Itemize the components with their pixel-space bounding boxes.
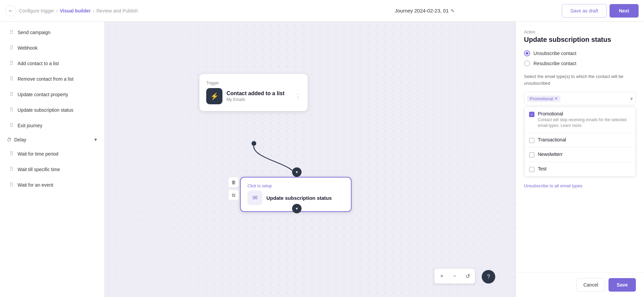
- canvas[interactable]: Trigger ⚡ Contact added to a list My Ema…: [105, 22, 516, 297]
- option-test[interactable]: Test: [524, 162, 636, 176]
- sidebar-label-update-subscription: Update subscription status: [18, 107, 73, 113]
- action-node-title: Update subscription status: [266, 195, 332, 201]
- radio-resubscribe-circle: [524, 60, 530, 66]
- trigger-node-subtitle: My Emails: [226, 97, 285, 102]
- tag-input-container[interactable]: Promotional ✕ ▾: [524, 92, 636, 105]
- sidebar-label-wait-event: Wait for an event: [18, 182, 53, 188]
- unsubscribe-all-link[interactable]: Unsubscribe to all email types: [524, 182, 636, 190]
- panel-body: Unsubscribe contact Resubscribe contact …: [516, 50, 644, 272]
- sidebar-item-wait-time-period[interactable]: ⠿ Wait for time period: [3, 146, 102, 161]
- drag-handle-icon: ⠿: [9, 123, 14, 128]
- trigger-node[interactable]: Trigger ⚡ Contact added to a list My Ema…: [199, 74, 308, 111]
- chevron-down-icon: ▼: [94, 137, 98, 142]
- option-promotional-label: Promotional: [538, 111, 631, 116]
- expand-dot-bottom[interactable]: ▾: [292, 204, 302, 213]
- clock-icon: ⏱: [7, 137, 11, 142]
- dropdown-arrow-icon[interactable]: ▾: [630, 96, 633, 102]
- breadcrumb: Configure trigger › Visual builder › Rev…: [19, 8, 288, 14]
- breadcrumb-sep-2: ›: [93, 8, 95, 14]
- sidebar-label-exit-journey: Exit journey: [18, 123, 42, 128]
- canvas-connector-svg: [105, 22, 516, 297]
- tag-remove-button[interactable]: ✕: [554, 96, 558, 101]
- drag-handle-icon: ⠿: [9, 167, 14, 172]
- next-button[interactable]: Next: [610, 4, 639, 18]
- sidebar-item-remove-contact[interactable]: ⠿ Remove contact from a list: [3, 72, 102, 86]
- edit-journey-title-icon[interactable]: ✎: [451, 8, 455, 14]
- node-menu-icon[interactable]: ⋮: [295, 92, 301, 100]
- action-node-icon: ✉: [247, 190, 262, 205]
- sidebar-label-webhook: Webhook: [18, 45, 38, 51]
- sidebar-item-wait-specific-time[interactable]: ⠿ Wait till specific time: [3, 162, 102, 177]
- sidebar-item-update-property[interactable]: ⠿ Update contact property: [3, 87, 102, 102]
- radio-resubscribe-label: Resubscribe contact: [533, 61, 576, 66]
- trigger-node-label: Trigger: [206, 81, 301, 85]
- back-icon: ←: [8, 8, 14, 14]
- main-layout: ⠿ Send campaign ⠿ Webhook ⠿ Add contact …: [0, 22, 644, 297]
- radio-unsubscribe[interactable]: Unsubscribe contact: [524, 50, 636, 56]
- drag-handle-icon: ⠿: [9, 92, 14, 97]
- breadcrumb-sep-1: ›: [56, 8, 58, 14]
- drag-handle-icon: ⠿: [9, 151, 14, 157]
- back-button[interactable]: ←: [5, 5, 16, 16]
- radio-unsubscribe-label: Unsubscribe contact: [533, 51, 576, 56]
- option-test-label: Test: [538, 166, 547, 171]
- drag-handle-icon: ⠿: [9, 45, 14, 51]
- option-transactional[interactable]: Transactional: [524, 133, 636, 147]
- sidebar-label-update-property: Update contact property: [18, 92, 68, 97]
- panel-description: Select the email type(s) to which the co…: [524, 73, 636, 86]
- option-newsletter-label: Newslwtterr: [538, 152, 563, 157]
- help-button[interactable]: ?: [482, 270, 495, 284]
- drag-handle-icon: ⠿: [9, 182, 14, 188]
- tag-promotional: Promotional ✕: [527, 96, 560, 102]
- radio-resubscribe[interactable]: Resubscribe contact: [524, 60, 636, 66]
- zoom-in-button[interactable]: +: [436, 270, 448, 282]
- reset-zoom-button[interactable]: ↺: [461, 270, 474, 282]
- save-button[interactable]: Save: [609, 278, 636, 292]
- panel-title: Update subscription status: [524, 36, 636, 44]
- trigger-node-title: Contact added to a list: [226, 90, 285, 97]
- tag-label: Promotional: [530, 96, 553, 101]
- breadcrumb-configure-trigger[interactable]: Configure trigger: [19, 8, 54, 14]
- save-draft-button[interactable]: Save as draft: [562, 4, 607, 18]
- sidebar-item-wait-event[interactable]: ⠿ Wait for an event: [3, 178, 102, 192]
- breadcrumb-visual-builder[interactable]: Visual builder: [60, 8, 91, 14]
- panel-action-label: Action: [524, 30, 636, 34]
- option-transactional-label: Transactional: [538, 137, 566, 142]
- drag-handle-icon: ⠿: [9, 76, 14, 82]
- checkbox-newsletter[interactable]: [529, 152, 534, 158]
- node-controls: 🗑 ⧉: [228, 177, 239, 200]
- trigger-node-icon: ⚡: [206, 88, 222, 104]
- radio-unsubscribe-circle: [524, 50, 530, 56]
- delay-section-label: Delay: [14, 137, 26, 142]
- sidebar-delay-section[interactable]: ⏱ Delay ▼: [0, 134, 104, 146]
- checkbox-test[interactable]: [529, 167, 534, 172]
- sidebar-item-webhook[interactable]: ⠿ Webhook: [3, 40, 102, 55]
- right-panel: Action Update subscription status Unsubs…: [516, 22, 644, 297]
- checkbox-promotional[interactable]: ✓: [529, 112, 534, 117]
- topbar: ← Configure trigger › Visual builder › R…: [0, 0, 644, 22]
- zoom-out-button[interactable]: −: [449, 270, 461, 282]
- sidebar-item-send-campaign[interactable]: ⠿ Send campaign: [3, 25, 102, 40]
- option-newsletter[interactable]: Newslwtterr: [524, 147, 636, 162]
- option-promotional[interactable]: ✓ Promotional Contact will stop receivin…: [524, 107, 636, 133]
- radio-group: Unsubscribe contact Resubscribe contact: [524, 50, 636, 66]
- cancel-button[interactable]: Cancel: [576, 278, 605, 292]
- tag-text-input[interactable]: [563, 96, 628, 101]
- sidebar-item-update-subscription[interactable]: ⠿ Update subscription status: [3, 103, 102, 117]
- expand-dot-top[interactable]: ▾: [292, 167, 302, 177]
- delete-node-button[interactable]: 🗑: [228, 177, 239, 188]
- breadcrumb-review-publish[interactable]: Review and Publish: [96, 8, 138, 14]
- drag-handle-icon: ⠿: [9, 107, 14, 113]
- sidebar-label-wait-time-period: Wait for time period: [18, 151, 58, 157]
- sidebar-label-remove-contact: Remove contact from a list: [18, 76, 74, 82]
- sidebar-label-wait-specific-time: Wait till specific time: [18, 167, 60, 172]
- checkbox-transactional[interactable]: [529, 138, 534, 143]
- copy-node-button[interactable]: ⧉: [228, 190, 239, 200]
- sidebar-item-add-contact[interactable]: ⠿ Add contact to a list: [3, 56, 102, 71]
- sidebar-item-exit-journey[interactable]: ⠿ Exit journey: [3, 118, 102, 133]
- drag-handle-icon: ⠿: [9, 61, 14, 66]
- connector-dot-trigger: [252, 141, 256, 146]
- sidebar: ⠿ Send campaign ⠿ Webhook ⠿ Add contact …: [0, 22, 105, 297]
- sidebar-label-send-campaign: Send campaign: [18, 30, 50, 35]
- option-promotional-desc: Contact will stop receiving emails for t…: [538, 117, 631, 129]
